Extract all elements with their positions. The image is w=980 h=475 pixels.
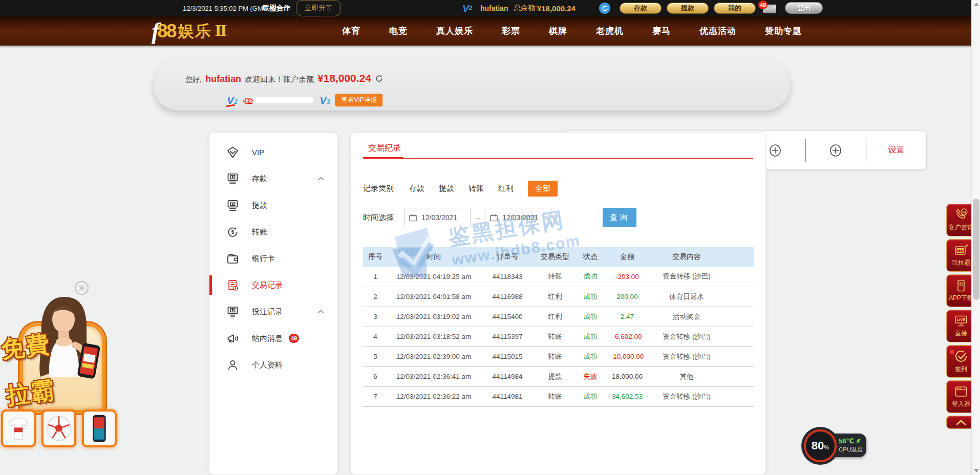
promo-slot-reels <box>1 409 117 447</box>
nav-item-board-games[interactable]: 棋牌 <box>549 25 567 37</box>
cell-time: 12/03/2021 02:39:00 am <box>388 347 480 366</box>
nav-item-sports[interactable]: 体育 <box>342 25 360 37</box>
table-header-filler <box>725 247 754 267</box>
greeting-suffix: 欢迎回来！账户余额 <box>245 75 314 84</box>
sidebar-item-profile[interactable]: 个人资料 <box>209 352 337 378</box>
nav-item-horse-racing[interactable]: 赛马 <box>652 25 671 37</box>
nav-item-slots[interactable]: 老虎机 <box>596 25 624 37</box>
sidebar-item-transaction-record[interactable]: 交易记录 <box>209 272 337 298</box>
settings-label: 设置 <box>888 145 904 156</box>
cell-content: 资金转移 (沙巴) <box>649 267 725 287</box>
cell-no: 4 <box>363 327 388 347</box>
cell-amount: -6,602.00 <box>606 327 649 347</box>
account-balance: ¥18,000.24 <box>317 72 371 84</box>
nav-item-live-casino[interactable]: 真人娱乐 <box>436 25 473 37</box>
vip-current-badge: V2 <box>227 95 238 105</box>
withdraw-button[interactable]: 提款 <box>667 3 709 14</box>
table-header-cell: 交易内容 <box>649 247 725 267</box>
cell-content: 体育日返水 <box>649 287 725 307</box>
cell-time: 12/03/2021 04:19:25 am <box>388 267 480 287</box>
upgrade-button[interactable]: 立即升等 <box>296 0 341 16</box>
vip-detail-button[interactable]: 查看VIP详情 <box>335 94 382 106</box>
page-scrollbar[interactable] <box>971 0 980 475</box>
sidebar-item-bank-card[interactable]: 银行卡 <box>209 245 337 272</box>
page: 12/3/2021 5:35:02 PM (GMT +8) 联盟合作 立即升等 … <box>0 0 980 475</box>
site-logo[interactable]: f 88 娱乐 Ⅱ <box>152 16 227 46</box>
filter-option-withdraw[interactable]: 提款 <box>439 184 454 193</box>
sidebar-item-label: 银行卡 <box>252 254 275 264</box>
date-range-row: 时间选择 12/03/2021 – 12/03/2021 查询 <box>363 208 636 227</box>
reel-jersey <box>1 409 36 447</box>
nav-item-esports[interactable]: 电竞 <box>389 25 408 37</box>
float-label: 玩拉霸 <box>952 258 970 267</box>
date-to-input[interactable]: 12/03/2021 <box>485 208 551 227</box>
reel-phone <box>82 409 117 447</box>
cell-filler <box>725 386 754 406</box>
scrollbar-thumb[interactable] <box>973 199 979 300</box>
cell-content: 资金转移 (沙巴) <box>649 386 725 406</box>
float-label: 签到 <box>955 365 967 374</box>
table-header-cell: 序号 <box>363 247 388 267</box>
nav-item-sponsorship[interactable]: 赞助专题 <box>765 25 802 37</box>
sidebar-item-label: VIP <box>252 148 264 157</box>
cell-amount: -10,000.00 <box>606 347 649 366</box>
cell-content: 活动奖金 <box>649 307 725 327</box>
phone-icon <box>89 414 110 443</box>
filter-label: 记录类别 <box>363 184 394 193</box>
cell-status: 成功 <box>575 307 606 327</box>
svg-text:24: 24 <box>962 210 966 214</box>
cell-type: 红利 <box>535 307 575 327</box>
scroll-up-arrow[interactable] <box>974 3 979 6</box>
transaction-record-icon <box>226 278 240 292</box>
cell-order_id: 44115397 <box>480 327 535 347</box>
free-slots-promo-banner[interactable]: 免費 拉霸 <box>1 301 117 449</box>
date-from-value: 12/03/2021 <box>421 213 457 222</box>
sidebar-item-deposit[interactable]: 存款 <box>209 165 337 192</box>
search-button[interactable]: 查询 <box>603 208 636 227</box>
nav-item-lottery[interactable]: 彩票 <box>502 25 520 37</box>
svg-text:LIVE: LIVE <box>957 317 966 322</box>
plus-circle-icon <box>828 143 843 158</box>
refresh-balance-icon[interactable] <box>375 74 384 83</box>
filter-option-all-active[interactable]: 全部 <box>528 181 558 197</box>
mine-button[interactable]: 我的 <box>714 3 756 14</box>
logout-button[interactable]: 登出 <box>785 2 823 14</box>
alliance-link[interactable]: 联盟合作 <box>263 0 290 16</box>
promo-close-button[interactable] <box>75 281 89 295</box>
notification-dot <box>950 350 954 354</box>
sidebar-item-vip[interactable]: VIP <box>209 139 337 165</box>
wallet-settings-button[interactable]: 设置 <box>866 139 926 162</box>
sidebar-item-withdraw[interactable]: 提款 <box>209 192 337 219</box>
cell-type: 转账 <box>535 386 575 406</box>
add-wallet-button[interactable] <box>806 139 866 162</box>
filter-option-bonus[interactable]: 红利 <box>498 184 514 193</box>
cell-no: 5 <box>363 347 388 366</box>
cell-order_id: 44115400 <box>480 307 535 327</box>
filter-option-deposit[interactable]: 存款 <box>409 184 424 193</box>
table-row: 612/03/2021 02:36:41 am44114984提款失败18,00… <box>363 366 754 386</box>
live-icon: LIVE <box>954 314 968 328</box>
filter-option-transfer[interactable]: 转账 <box>468 184 484 193</box>
date-from-input[interactable]: 12/03/2021 <box>404 208 471 227</box>
refresh-balance-button[interactable] <box>599 0 610 16</box>
promo-text-line1: 免費 <box>0 332 51 361</box>
main-nav: f 88 娱乐 Ⅱ 体育 电竞 真人娱乐 彩票 棋牌 老虎机 赛马 优惠活动 赞… <box>0 16 980 46</box>
vip-progress-bar: 28% <box>243 96 314 104</box>
nav-menu: 体育 电竞 真人娱乐 彩票 棋牌 老虎机 赛马 优惠活动 赞助专题 <box>342 16 802 46</box>
top-bar: 12/3/2021 5:35:02 PM (GMT +8) 联盟合作 立即升等 … <box>0 0 980 16</box>
sidebar-item-label: 站内消息 <box>252 334 283 343</box>
cpu-percent-sign: % <box>824 444 829 450</box>
sidebar-item-transfer[interactable]: $ 转账 <box>209 219 337 245</box>
time-select-label: 时间选择 <box>363 213 394 223</box>
scroll-down-arrow[interactable] <box>974 469 979 472</box>
cell-filler <box>725 366 754 386</box>
tab-transaction-records[interactable]: 交易纪录 <box>368 143 401 154</box>
deposit-button[interactable]: 存款 <box>620 3 662 14</box>
cell-amount: -203.00 <box>606 267 649 287</box>
sidebar-item-messages[interactable]: 站内消息 49 <box>209 325 337 352</box>
deposit-icon <box>226 172 240 186</box>
greeting-prefix: 您好, <box>185 75 202 84</box>
table-header-cell: 状态 <box>575 247 606 267</box>
nav-item-promotions[interactable]: 优惠活动 <box>699 25 736 37</box>
sidebar-item-bet-record[interactable]: 投注记录 <box>209 298 337 325</box>
